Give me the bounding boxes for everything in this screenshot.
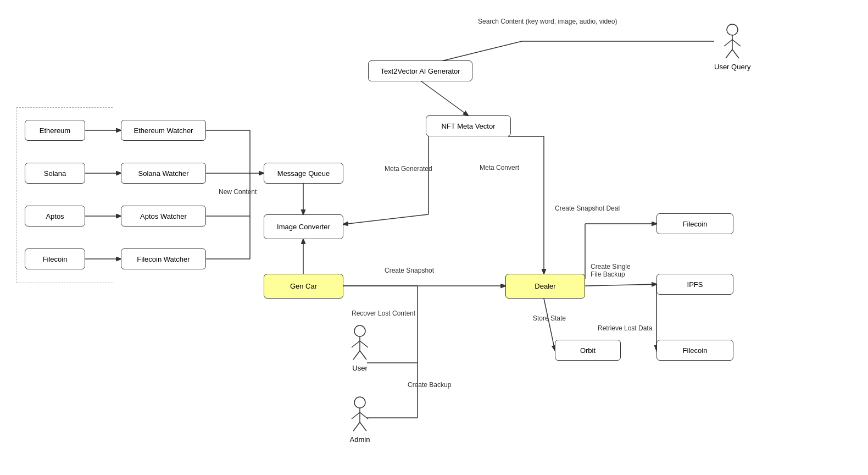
svg-line-45 bbox=[353, 422, 360, 431]
admin-label: Admin bbox=[350, 435, 370, 444]
stick-figure-user: User bbox=[349, 324, 371, 372]
label-search-content: Search Content (key word, image, audio, … bbox=[478, 18, 617, 25]
svg-point-41 bbox=[354, 397, 365, 408]
node-image-converter: Image Converter bbox=[264, 214, 343, 239]
node-text2vector: Text2Vector AI Generator bbox=[368, 60, 472, 81]
stick-figure-admin: Admin bbox=[349, 396, 371, 444]
node-dealer: Dealer bbox=[505, 274, 585, 299]
svg-line-33 bbox=[726, 49, 732, 58]
label-create-snapshot-deal: Create Snapshot Deal bbox=[555, 205, 620, 212]
label-meta-generated: Meta Generated bbox=[385, 165, 432, 173]
node-filecoin-watcher: Filecoin Watcher bbox=[121, 248, 206, 269]
node-aptos-watcher: Aptos Watcher bbox=[121, 206, 206, 227]
svg-line-39 bbox=[353, 351, 360, 360]
label-create-snapshot: Create Snapshot bbox=[385, 267, 434, 274]
node-filecoin-right-bottom: Filecoin bbox=[656, 340, 733, 361]
svg-line-23 bbox=[544, 299, 555, 350]
svg-line-12 bbox=[421, 81, 468, 115]
svg-line-22 bbox=[585, 284, 656, 286]
user-query-label: User Query bbox=[714, 63, 750, 71]
svg-line-44 bbox=[360, 412, 368, 419]
diagram-container: Ethereum Solana Aptos Filecoin Ethereum … bbox=[0, 0, 868, 475]
label-create-single-file: Create Single File Backup bbox=[591, 263, 631, 278]
svg-line-40 bbox=[360, 351, 366, 360]
node-solana: Solana bbox=[25, 163, 85, 184]
svg-line-34 bbox=[732, 49, 739, 58]
node-ethereum-watcher: Ethereum Watcher bbox=[121, 120, 206, 141]
svg-line-37 bbox=[352, 341, 360, 347]
svg-line-31 bbox=[724, 40, 732, 46]
svg-line-46 bbox=[360, 422, 366, 431]
node-filecoin-left: Filecoin bbox=[25, 248, 85, 269]
node-message-queue: Message Queue bbox=[264, 163, 343, 184]
node-gen-car: Gen Car bbox=[264, 274, 343, 299]
label-store-state: Store State bbox=[533, 314, 566, 322]
svg-point-35 bbox=[354, 325, 365, 336]
node-ipfs: IPFS bbox=[656, 274, 733, 295]
svg-point-29 bbox=[727, 24, 738, 35]
label-meta-convert: Meta Convert bbox=[480, 164, 519, 172]
svg-line-38 bbox=[360, 341, 368, 347]
stick-figure-user-query: User Query bbox=[714, 23, 750, 71]
node-aptos: Aptos bbox=[25, 206, 85, 227]
user-label: User bbox=[352, 364, 367, 372]
label-retrieve-lost: Retrieve Lost Data bbox=[598, 324, 652, 332]
node-orbit: Orbit bbox=[555, 340, 621, 361]
svg-line-16 bbox=[343, 214, 429, 224]
label-create-backup: Create Backup bbox=[408, 381, 451, 389]
node-nft-meta-vector: NFT Meta Vector bbox=[426, 115, 511, 136]
node-solana-watcher: Solana Watcher bbox=[121, 163, 206, 184]
svg-line-43 bbox=[352, 412, 360, 419]
label-new-content: New Content bbox=[219, 188, 257, 196]
node-ethereum: Ethereum bbox=[25, 120, 85, 141]
label-recover-lost: Recover Lost Content bbox=[352, 310, 415, 317]
node-filecoin-right-top: Filecoin bbox=[656, 213, 733, 234]
svg-line-32 bbox=[732, 40, 741, 46]
